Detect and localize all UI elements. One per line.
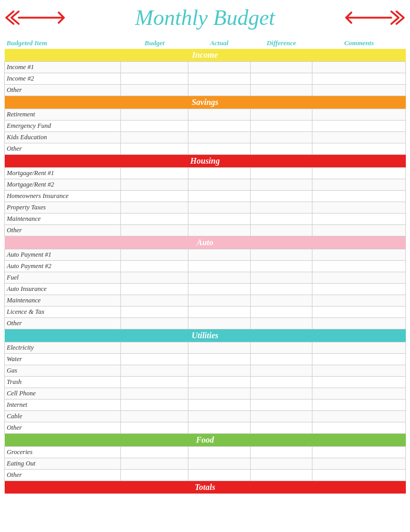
cell-actual <box>188 73 251 85</box>
header-actual: Actual <box>188 37 251 49</box>
cell-difference <box>250 62 312 73</box>
cell-comments <box>312 261 406 272</box>
cell-item: Groceries <box>5 447 121 458</box>
table-row: Auto Payment #2 <box>5 261 406 272</box>
cell-comments <box>312 447 406 458</box>
cell-budget <box>121 202 188 214</box>
table-row: Income #1 <box>5 62 406 73</box>
table-row: Income #2 <box>5 73 406 85</box>
table-row: Licence & Tax <box>5 307 406 318</box>
cell-item: Internet <box>5 400 121 411</box>
cell-comments <box>312 458 406 470</box>
cell-actual <box>188 388 251 400</box>
totals-label: Totals <box>5 481 406 494</box>
cell-budget <box>121 179 188 191</box>
cell-item: Kids Education <box>5 132 121 143</box>
cell-item: Auto Payment #2 <box>5 261 121 272</box>
table-row: Other <box>5 225 406 236</box>
cell-actual <box>188 109 251 121</box>
cell-item: Maintenance <box>5 295 121 307</box>
cell-difference <box>250 73 312 85</box>
table-row: Other <box>5 318 406 329</box>
cell-item: Electricity <box>5 342 121 354</box>
cell-item: Maintenance <box>5 214 121 225</box>
cell-difference <box>250 179 312 191</box>
cell-actual <box>188 249 251 261</box>
table-row: Groceries <box>5 447 406 458</box>
cell-budget <box>121 73 188 85</box>
cell-comments <box>312 272 406 284</box>
table-row: Mortgage/Rent #2 <box>5 179 406 191</box>
cell-budget <box>121 470 188 481</box>
cell-difference <box>250 411 312 422</box>
page: Monthly Budget <box>0 0 410 498</box>
cell-difference <box>250 214 312 225</box>
cell-comments <box>312 249 406 261</box>
cell-item: Auto Insurance <box>5 284 121 295</box>
cell-item: Water <box>5 354 121 365</box>
cell-comments <box>312 342 406 354</box>
cell-difference <box>250 400 312 411</box>
cell-actual <box>188 191 251 202</box>
cell-comments <box>312 365 406 377</box>
column-headers: Budgeted Item Budget Actual Difference C… <box>5 37 406 49</box>
cell-budget <box>121 109 188 121</box>
cell-difference <box>250 307 312 318</box>
cell-comments <box>312 132 406 143</box>
section-label-housing: Housing <box>5 155 406 168</box>
cell-actual <box>188 62 251 73</box>
cell-budget <box>121 121 188 132</box>
cell-comments <box>312 470 406 481</box>
cell-difference <box>250 318 312 329</box>
cell-actual <box>188 400 251 411</box>
cell-budget <box>121 318 188 329</box>
section-header-income: Income <box>5 49 406 62</box>
cell-comments <box>312 62 406 73</box>
table-row: Maintenance <box>5 295 406 307</box>
cell-item: Property Taxes <box>5 202 121 214</box>
cell-difference <box>250 447 312 458</box>
cell-item: Other <box>5 318 121 329</box>
cell-budget <box>121 62 188 73</box>
cell-difference <box>250 365 312 377</box>
section-header-auto: Auto <box>5 236 406 249</box>
cell-difference <box>250 191 312 202</box>
table-row: Gas <box>5 365 406 377</box>
cell-actual <box>188 470 251 481</box>
cell-actual <box>188 179 251 191</box>
cell-comments <box>312 318 406 329</box>
table-row: Emergency Fund <box>5 121 406 132</box>
left-arrows <box>4 7 66 28</box>
table-row: Other <box>5 422 406 434</box>
cell-budget <box>121 411 188 422</box>
table-row: Cable <box>5 411 406 422</box>
cell-difference <box>250 109 312 121</box>
cell-actual <box>188 365 251 377</box>
table-row: Retirement <box>5 109 406 121</box>
totals-row: Totals <box>5 481 406 494</box>
cell-actual <box>188 422 251 434</box>
cell-item: Other <box>5 143 121 155</box>
section-header-food: Food <box>5 434 406 447</box>
cell-comments <box>312 422 406 434</box>
header-item: Budgeted Item <box>5 37 121 49</box>
cell-comments <box>312 284 406 295</box>
table-row: Property Taxes <box>5 202 406 214</box>
cell-actual <box>188 307 251 318</box>
table-row: Eating Out <box>5 458 406 470</box>
cell-comments <box>312 388 406 400</box>
header-budget: Budget <box>121 37 188 49</box>
cell-item: Other <box>5 422 121 434</box>
cell-budget <box>121 388 188 400</box>
cell-difference <box>250 388 312 400</box>
cell-comments <box>312 307 406 318</box>
cell-actual <box>188 85 251 96</box>
cell-comments <box>312 411 406 422</box>
cell-item: Emergency Fund <box>5 121 121 132</box>
cell-budget <box>121 132 188 143</box>
section-header-housing: Housing <box>5 155 406 168</box>
cell-actual <box>188 318 251 329</box>
cell-budget <box>121 168 188 179</box>
cell-comments <box>312 400 406 411</box>
cell-item: Licence & Tax <box>5 307 121 318</box>
